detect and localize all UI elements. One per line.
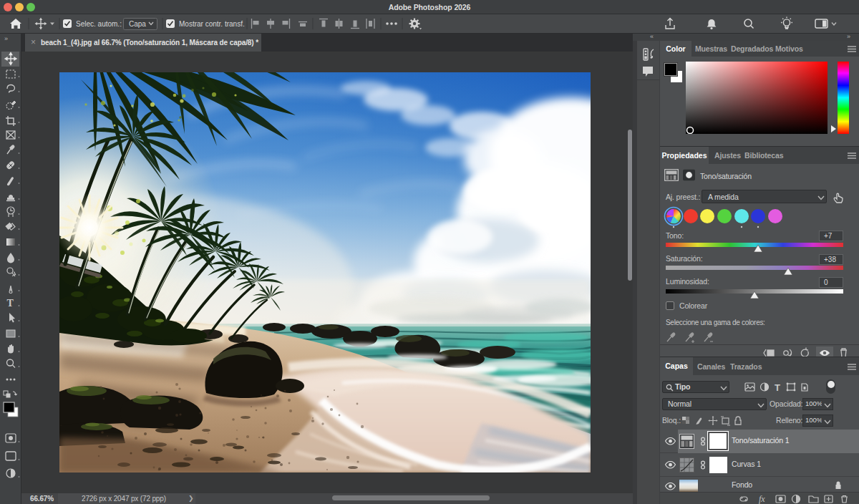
svg-text:Selec. autom.:: Selec. autom.: (76, 20, 122, 28)
svg-text:Capa: Capa (129, 20, 146, 28)
svg-text:»: » (4, 35, 8, 42)
svg-text:Mostrar contr. transf.: Mostrar contr. transf. (179, 20, 245, 28)
svg-text:fx: fx (759, 494, 765, 504)
svg-text:T: T (775, 382, 780, 393)
svg-text:T: T (7, 298, 14, 309)
